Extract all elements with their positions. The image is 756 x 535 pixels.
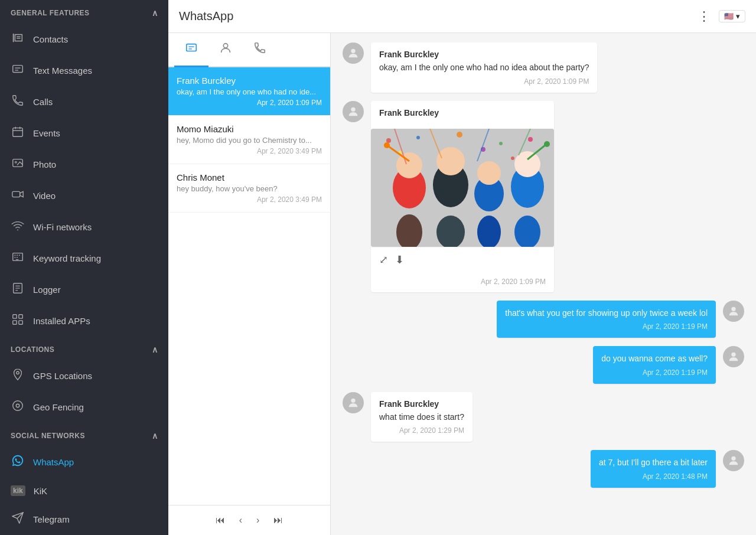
chevron-down-icon: ▾	[736, 12, 740, 21]
expand-image-button[interactable]: ⤢	[379, 253, 388, 266]
svg-point-29	[17, 371, 19, 374]
avatar	[343, 43, 364, 64]
sidebar: GENERAL FEATURES ∧ Contacts Text Message…	[0, 0, 168, 535]
sidebar-item-kik[interactable]: kik KiK	[0, 478, 168, 504]
sidebar-item-events[interactable]: Events	[0, 118, 168, 149]
svg-point-48	[396, 152, 422, 178]
chat-list-panel: Frank Burckley okay, am I the only one w…	[168, 33, 331, 535]
last-page-button[interactable]: ⏭	[270, 513, 286, 528]
locations-chevron-icon: ∧	[152, 345, 158, 354]
svg-point-46	[511, 156, 514, 160]
chat-time: Apr 2, 2020 1:09 PM	[177, 99, 322, 107]
svg-point-64	[384, 142, 390, 148]
message-row: Frank Burckley okay, am I the only one w…	[343, 43, 744, 93]
svg-point-37	[351, 107, 355, 111]
sidebar-item-logger[interactable]: Logger	[0, 274, 168, 305]
tab-contacts[interactable]	[208, 33, 243, 67]
message-row: Frank Burckley	[343, 101, 744, 292]
svg-rect-3	[13, 66, 23, 73]
message-text: at 7, but I'll go there a bit later	[599, 457, 708, 469]
sidebar-item-contacts[interactable]: Contacts	[0, 24, 168, 55]
logger-label: Logger	[33, 285, 61, 295]
gps-icon	[11, 368, 25, 384]
installed-apps-icon	[11, 313, 25, 329]
message-row-sent: do you wanna come as well? Apr 2, 2020 1…	[343, 346, 744, 384]
message-bubble: Frank Burckley okay, am I the only one w…	[371, 43, 597, 93]
page-title: WhatsApp	[179, 9, 233, 23]
chat-list-item[interactable]: Chris Monet hey buddy, how you've been? …	[168, 164, 330, 213]
chat-name: Momo Miazuki	[177, 124, 322, 134]
message-sender: Frank Burckley	[379, 399, 464, 409]
sidebar-item-wifi[interactable]: Wi-Fi networks	[0, 211, 168, 243]
tab-messages[interactable]	[174, 33, 208, 67]
contacts-label: Contacts	[33, 34, 68, 44]
svg-point-41	[457, 132, 462, 138]
tab-calls[interactable]	[243, 33, 277, 67]
svg-point-68	[731, 353, 735, 357]
general-chevron-icon: ∧	[152, 8, 158, 18]
calls-icon	[11, 94, 25, 110]
calls-label: Calls	[33, 97, 53, 107]
flag-icon: 🇺🇸	[724, 12, 734, 21]
message-sender: Frank Burckley	[379, 50, 589, 59]
svg-rect-28	[19, 321, 22, 324]
whatsapp-icon	[11, 454, 25, 470]
chat-list-item[interactable]: Frank Burckley okay, am I the only one w…	[168, 67, 330, 116]
first-page-button[interactable]: ⏮	[212, 513, 229, 528]
svg-rect-6	[13, 128, 23, 137]
svg-point-39	[386, 138, 391, 143]
svg-point-30	[13, 401, 23, 411]
prev-page-button[interactable]: ‹	[236, 513, 246, 528]
sidebar-item-whatsapp[interactable]: WhatsApp	[0, 446, 168, 478]
sidebar-item-installed-apps[interactable]: Installed APPs	[0, 305, 168, 337]
message-text: okay, am I the only one who had no idea …	[379, 62, 589, 74]
message-time: Apr 2, 2020 1:19 PM	[505, 322, 708, 331]
sidebar-item-geo[interactable]: Geo Fencing	[0, 392, 168, 423]
sidebar-item-telegram[interactable]: Telegram	[0, 504, 168, 535]
text-messages-icon	[11, 63, 25, 79]
geo-label: Geo Fencing	[33, 402, 84, 412]
sidebar-item-calls[interactable]: Calls	[0, 86, 168, 118]
message-text: do you wanna come as well?	[601, 353, 708, 365]
message-sender: Frank Burckley	[379, 108, 546, 118]
next-page-button[interactable]: ›	[253, 513, 263, 528]
sidebar-item-photo[interactable]: Photo	[0, 149, 168, 180]
svg-point-40	[416, 136, 420, 139]
svg-rect-26	[19, 315, 22, 318]
contacts-icon	[11, 31, 25, 47]
message-time: Apr 2, 2020 1:29 PM	[379, 426, 464, 435]
chat-time: Apr 2, 2020 3:49 PM	[177, 147, 322, 155]
sidebar-item-gps[interactable]: GPS Locations	[0, 360, 168, 392]
message-text: what time does it start?	[379, 412, 464, 423]
sidebar-item-keyword[interactable]: Keyword tracking	[0, 243, 168, 274]
events-icon	[11, 125, 25, 141]
message-row-sent: that's what you get for showing up only …	[343, 301, 744, 338]
svg-rect-27	[13, 321, 17, 324]
chat-name: Chris Monet	[177, 172, 322, 182]
chat-preview: okay, am I the only one who had no ide..…	[177, 87, 322, 96]
chat-time: Apr 2, 2020 3:49 PM	[177, 195, 322, 204]
avatar	[343, 392, 364, 413]
svg-point-13	[17, 229, 18, 230]
photo-icon	[11, 156, 25, 172]
avatar	[343, 101, 364, 122]
svg-point-35	[223, 44, 227, 48]
chat-preview: hey, Momo did you go to Chemistry to...	[177, 136, 322, 145]
svg-point-54	[477, 161, 501, 185]
language-selector[interactable]: 🇺🇸 ▾	[719, 10, 745, 22]
chat-list: Frank Burckley okay, am I the only one w…	[168, 67, 330, 505]
message-text: that's what you get for showing up only …	[505, 308, 708, 319]
more-options-icon[interactable]: ⋮	[698, 9, 711, 24]
svg-rect-32	[187, 44, 197, 51]
main-content: WhatsApp ⋮ 🇺🇸 ▾	[168, 0, 756, 535]
sidebar-item-video[interactable]: Video	[0, 180, 168, 211]
svg-point-43	[528, 137, 533, 142]
download-image-button[interactable]: ⬇	[395, 253, 404, 266]
top-header: WhatsApp ⋮ 🇺🇸 ▾	[168, 0, 756, 33]
logger-icon	[11, 282, 25, 298]
sidebar-item-text-messages[interactable]: Text Messages	[0, 55, 168, 86]
video-icon	[11, 188, 25, 204]
message-panel: Frank Burckley okay, am I the only one w…	[331, 33, 756, 535]
chat-list-item[interactable]: Momo Miazuki hey, Momo did you go to Che…	[168, 116, 330, 164]
message-time: Apr 2, 2020 1:19 PM	[601, 368, 708, 377]
